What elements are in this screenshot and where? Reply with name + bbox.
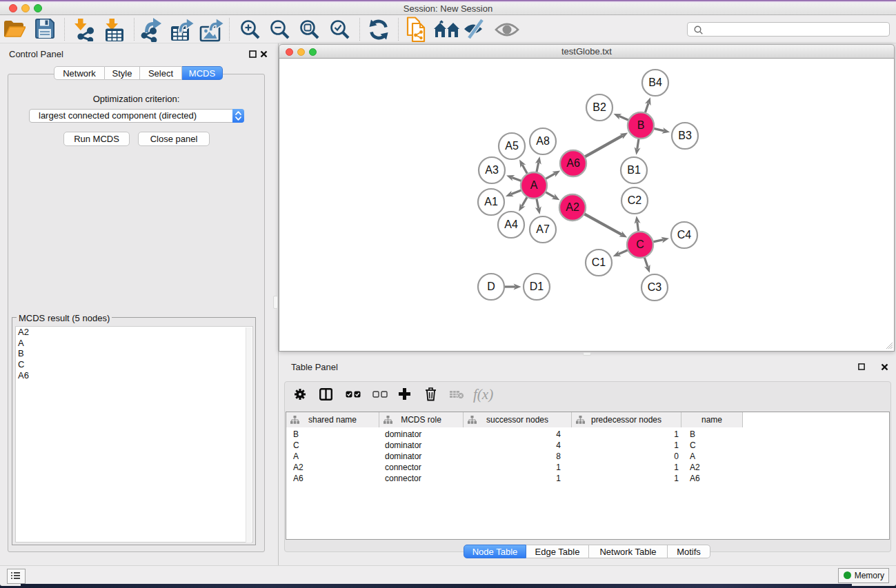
svg-text:A2: A2: [566, 201, 579, 213]
svg-text:C4: C4: [677, 229, 692, 241]
svg-text:A7: A7: [536, 223, 550, 235]
svg-text:A8: A8: [536, 135, 550, 147]
svg-text:B3: B3: [678, 130, 692, 141]
svg-text:A5: A5: [505, 140, 519, 152]
svg-text:D: D: [487, 281, 495, 292]
svg-text:C1: C1: [592, 256, 606, 268]
svg-text:B: B: [637, 119, 645, 131]
svg-text:B4: B4: [648, 77, 662, 88]
svg-text:C: C: [636, 239, 644, 250]
svg-text:B2: B2: [593, 101, 606, 113]
svg-text:A4: A4: [504, 219, 518, 230]
svg-text:A6: A6: [566, 157, 580, 169]
svg-text:B1: B1: [627, 164, 641, 176]
svg-text:C2: C2: [628, 194, 642, 206]
svg-text:A: A: [530, 179, 538, 191]
svg-text:D1: D1: [530, 281, 544, 292]
svg-text:A1: A1: [484, 196, 498, 207]
svg-text:A3: A3: [485, 164, 499, 176]
svg-text:C3: C3: [648, 281, 662, 293]
